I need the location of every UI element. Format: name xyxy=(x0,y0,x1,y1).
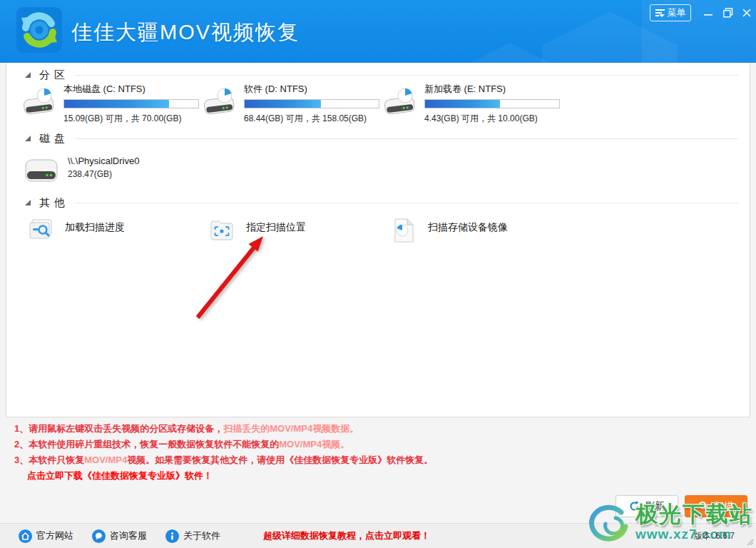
device-image-file-icon xyxy=(391,218,417,243)
other-item-label: 指定扫描位置 xyxy=(246,221,306,243)
minimize-button[interactable] xyxy=(698,3,719,23)
tip-line-2: 2、本软件使用碎片重组技术，恢复一般数据恢复软件不能恢复的MOV/MP4视频。 xyxy=(14,437,433,452)
official-website-link[interactable]: 官方网站 xyxy=(19,529,73,543)
partition-name: 软件 (D: NTFS) xyxy=(244,83,379,96)
download-pro-link[interactable]: 点击立即下载《佳佳数据恢复专业版》软件！ xyxy=(27,468,433,484)
footer-link-label: 关于软件 xyxy=(183,529,220,542)
home-circle-icon xyxy=(19,529,32,543)
section-label: 磁盘 xyxy=(39,132,69,146)
refresh-icon xyxy=(629,501,640,512)
app-window: { "window": { "title": "佳佳大疆MOV视频恢复", "m… xyxy=(0,0,756,548)
partition-usage: 68.44(GB) 可用，共 158.05(GB) xyxy=(244,113,379,125)
load-scan-progress-icon xyxy=(28,218,53,243)
scan-label: 扫描 xyxy=(714,500,734,513)
title-bar: 佳佳大疆MOV视频恢复 菜单 xyxy=(0,0,756,63)
partition-item-c[interactable]: 本地磁盘 (C: NTFS) 15.09(GB) 可用，共 70.00(GB) xyxy=(22,83,199,125)
usage-bar-fill xyxy=(425,100,500,108)
load-scan-progress-item[interactable]: 加载扫描进度 xyxy=(28,218,125,243)
other-item-label: 扫描存储设备镜像 xyxy=(428,221,508,243)
disk-name: \\.\PhysicalDrive0 xyxy=(68,156,139,166)
menu-button[interactable]: 菜单 xyxy=(650,4,691,21)
app-title: 佳佳大疆MOV视频恢复 xyxy=(71,19,300,47)
footer-link-label: 官方网站 xyxy=(36,529,73,542)
close-icon xyxy=(742,9,751,17)
target-folder-icon xyxy=(209,218,235,243)
usage-bar xyxy=(424,99,560,108)
usage-bar-fill xyxy=(245,100,321,108)
partition-item-e[interactable]: 新加载卷 (E: NTFS) 4.43(GB) 可用，共 10.00(GB) xyxy=(383,83,560,125)
magnifier-icon xyxy=(698,501,709,512)
maximize-icon xyxy=(723,8,733,18)
main-panel: 分区 本地磁盘 (C: NTFS) 15.09(GB) 可用，共 70.00(G… xyxy=(6,63,750,417)
usage-bar xyxy=(63,99,199,108)
tutorial-promo-link[interactable]: 超级详细数据恢复教程，点击立即观看！ xyxy=(263,529,430,542)
partition-usage: 4.43(GB) 可用，共 10.00(GB) xyxy=(424,113,560,125)
service-chat-icon xyxy=(92,529,106,543)
section-disk: 磁盘 xyxy=(25,131,738,146)
section-divider xyxy=(75,203,738,203)
hdd-pie-icon xyxy=(383,83,424,125)
scan-device-image-item[interactable]: 扫描存储设备镜像 xyxy=(391,218,508,243)
usage-bar-fill xyxy=(64,100,169,108)
partition-usage: 15.09(GB) 可用，共 70.00(GB) xyxy=(63,113,199,125)
section-label: 其他 xyxy=(39,196,69,210)
close-button[interactable] xyxy=(736,3,756,23)
section-divider xyxy=(75,138,738,139)
section-label: 分区 xyxy=(39,68,69,82)
about-software-link[interactable]: 关于软件 xyxy=(165,529,220,543)
refresh-label: 刷新 xyxy=(645,500,665,513)
collapse-triangle-icon[interactable] xyxy=(25,136,31,141)
specify-scan-location-item[interactable]: 指定扫描位置 xyxy=(209,218,306,243)
partition-item-d[interactable]: 软件 (D: NTFS) 68.44(GB) 可用，共 158.05(GB) xyxy=(203,83,379,125)
partition-name: 新加载卷 (E: NTFS) xyxy=(424,83,560,96)
info-circle-icon xyxy=(165,529,179,543)
footer-bar: 官方网站 咨询客服 关于软件 超级详细数据恢复教程，点击立即观看！ 版本: 6.… xyxy=(0,523,756,548)
collapse-triangle-icon[interactable] xyxy=(25,200,31,206)
other-item-label: 加载扫描进度 xyxy=(65,221,125,243)
section-divider xyxy=(75,75,738,76)
tip-line-1: 1、请用鼠标左键双击丢失视频的分区或存储设备，扫描丢失的MOV/MP4视频数据。 xyxy=(14,421,433,437)
footer-link-label: 咨询客服 xyxy=(110,529,147,542)
hdd-icon xyxy=(24,151,68,188)
menu-icon xyxy=(655,9,665,16)
menu-label: 菜单 xyxy=(668,6,686,19)
usage-bar xyxy=(244,99,379,108)
section-other: 其他 xyxy=(25,196,738,210)
customer-service-link[interactable]: 咨询客服 xyxy=(92,529,147,543)
hdd-pie-icon xyxy=(203,83,244,125)
resize-grip[interactable] xyxy=(746,538,754,546)
refresh-button[interactable]: 刷新 xyxy=(615,495,678,517)
partition-name: 本地磁盘 (C: NTFS) xyxy=(63,83,199,96)
scan-button[interactable]: 扫描 xyxy=(685,495,747,517)
tips-block: 1、请用鼠标左键双击丢失视频的分区或存储设备，扫描丢失的MOV/MP4视频数据。… xyxy=(14,421,433,484)
tip-line-3: 3、本软件只恢复MOV/MP4视频。如果需要恢复其他文件，请使用《佳佳数据恢复专… xyxy=(14,452,433,468)
collapse-triangle-icon[interactable] xyxy=(25,72,31,78)
disk-size: 238.47(GB) xyxy=(68,169,139,179)
physical-disk-item[interactable]: \\.\PhysicalDrive0 238.47(GB) xyxy=(24,151,139,188)
app-logo-icon xyxy=(16,6,63,54)
minimize-icon xyxy=(704,9,712,17)
section-partition: 分区 xyxy=(25,68,738,82)
hdd-pie-icon xyxy=(22,83,63,125)
version-label: 版本: 6.6.7 xyxy=(694,530,735,542)
